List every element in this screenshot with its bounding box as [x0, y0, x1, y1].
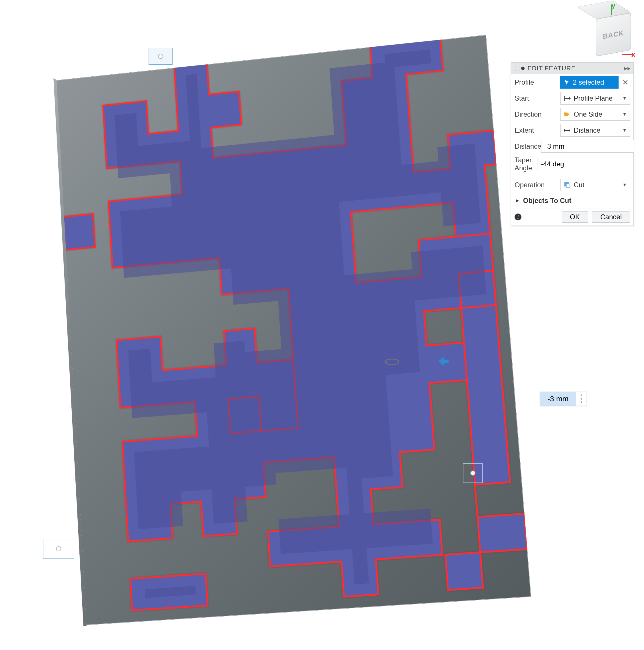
extent-dropdown[interactable]: Distance: [560, 124, 630, 137]
label-taper: Taper Angle: [515, 156, 537, 172]
manipulator-handle-bottom[interactable]: [43, 539, 74, 559]
panel-bullet-icon: [521, 67, 525, 70]
manipulator-handle-top[interactable]: [149, 48, 173, 65]
distance-input[interactable]: [541, 140, 634, 153]
dimension-value-input[interactable]: [540, 392, 576, 406]
row-extent: Extent Distance: [511, 122, 634, 138]
objects-to-cut-label: Objects To Cut: [523, 197, 571, 205]
direction-dropdown[interactable]: One Side: [560, 108, 630, 121]
start-value: Profile Plane: [574, 94, 613, 102]
cut-operation-icon: [563, 181, 571, 189]
maze-profile-selection[interactable]: [56, 35, 531, 625]
row-direction: Direction One Side: [511, 106, 634, 122]
distance-icon: [563, 127, 571, 134]
info-icon[interactable]: i: [515, 214, 522, 220]
row-start: Start Profile Plane: [511, 90, 634, 106]
rotate-manipulator-icon[interactable]: [384, 354, 400, 370]
extent-value: Distance: [574, 127, 600, 134]
label-direction: Direction: [515, 110, 560, 118]
extrude-direction-arrow[interactable]: [437, 356, 450, 367]
dimension-drag-grip-icon[interactable]: [576, 392, 586, 406]
model-slab[interactable]: [56, 35, 531, 625]
manipulator-handle-dot: [56, 546, 61, 551]
maze-path-floor: [113, 45, 508, 598]
profile-clear-button[interactable]: ✕: [621, 79, 630, 86]
svg-point-0: [385, 359, 399, 365]
edit-feature-panel: ⸬ EDIT FEATURE ▸▸ Profile 2 selected ✕ S…: [511, 62, 634, 226]
start-dropdown[interactable]: Profile Plane: [560, 92, 630, 105]
operation-dropdown[interactable]: Cut: [560, 179, 630, 191]
manipulator-handle-dot: [470, 470, 476, 476]
taper-angle-input[interactable]: [537, 158, 630, 170]
direction-value: One Side: [574, 110, 602, 118]
row-profile: Profile 2 selected ✕: [511, 74, 634, 90]
manipulator-handle-dot: [158, 54, 163, 59]
label-start: Start: [515, 94, 560, 102]
label-operation: Operation: [515, 181, 560, 189]
panel-footer: i OK Cancel: [511, 208, 634, 225]
row-distance: Distance: [511, 138, 634, 154]
operation-value: Cut: [574, 181, 584, 189]
ok-button[interactable]: OK: [562, 211, 588, 223]
panel-grip-icon: ⸬: [515, 64, 519, 72]
cursor-icon: [564, 79, 570, 85]
label-distance: Distance: [515, 142, 541, 150]
panel-titlebar[interactable]: ⸬ EDIT FEATURE ▸▸: [511, 63, 634, 74]
label-extent: Extent: [515, 127, 560, 134]
row-operation: Operation Cut: [511, 175, 634, 193]
profile-plane-icon: [563, 95, 571, 102]
disclosure-triangle-icon: ▲: [515, 198, 521, 203]
label-profile: Profile: [515, 78, 560, 86]
one-side-icon: [563, 111, 571, 118]
objects-to-cut-row[interactable]: ▲ Objects To Cut: [511, 193, 634, 208]
slab-front-face[interactable]: [56, 35, 531, 625]
manipulator-handle-side[interactable]: [463, 463, 483, 483]
profile-selection-chip[interactable]: 2 selected: [560, 76, 618, 88]
svg-rect-2: [566, 184, 570, 188]
floating-dimension-input[interactable]: [540, 392, 587, 406]
profile-selection-text: 2 selected: [573, 78, 604, 86]
cancel-button[interactable]: Cancel: [592, 211, 630, 223]
panel-expand-icon[interactable]: ▸▸: [624, 65, 631, 72]
row-taper: Taper Angle: [511, 154, 634, 174]
panel-title: EDIT FEATURE: [527, 65, 624, 72]
